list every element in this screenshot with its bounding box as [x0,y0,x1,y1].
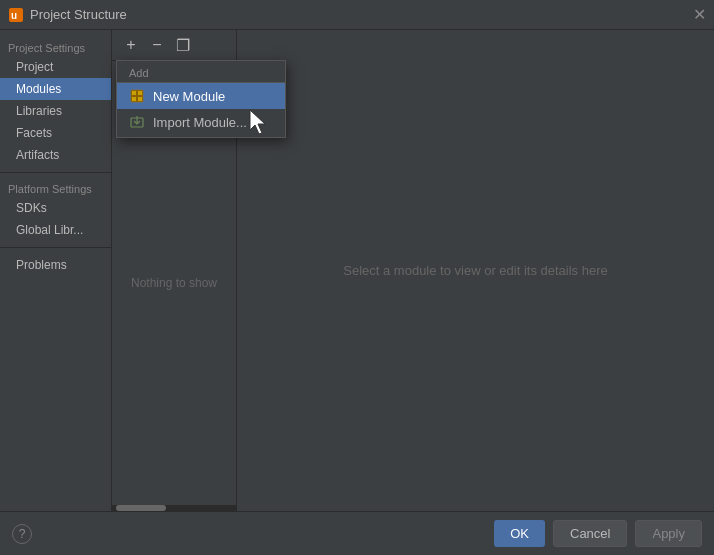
sidebar-item-sdks[interactable]: SDKs [0,197,111,219]
add-popup-menu: Add New Module [116,60,286,138]
bottom-right: OK Cancel Apply [494,520,702,547]
right-panel-message: Select a module to view or edit its deta… [343,263,607,278]
dialog-body: Project Settings Project Modules Librari… [0,30,714,555]
sidebar-item-facets[interactable]: Facets [0,122,111,144]
sidebar-item-artifacts[interactable]: Artifacts [0,144,111,166]
close-button[interactable]: ✕ [693,7,706,23]
project-settings-label: Project Settings [0,38,111,56]
right-panel: Select a module to view or edit its deta… [237,30,714,511]
dialog-title: Project Structure [30,7,127,22]
import-module-icon [129,114,145,130]
sidebar-item-modules[interactable]: Modules [0,78,111,100]
sidebar-divider [0,172,111,173]
sidebar-item-global-libs[interactable]: Global Libr... [0,219,111,241]
middle-panel: + Add [112,30,237,511]
platform-settings-label: Platform Settings [0,179,111,197]
help-button[interactable]: ? [12,524,32,544]
new-module-label: New Module [153,89,225,104]
apply-button[interactable]: Apply [635,520,702,547]
sidebar-divider-2 [0,247,111,248]
svg-rect-6 [138,97,142,101]
title-bar-left: u Project Structure [8,7,127,23]
add-dropdown-wrapper: + Add [120,34,142,56]
content-area: Project Settings Project Modules Librari… [0,30,714,511]
sidebar-item-problems[interactable]: Problems [0,254,111,276]
nothing-to-show-label: Nothing to show [131,276,217,290]
bottom-left: ? [12,524,32,544]
ok-button[interactable]: OK [494,520,545,547]
new-module-icon [129,88,145,104]
cancel-button[interactable]: Cancel [553,520,627,547]
remove-button[interactable]: − [146,34,168,56]
svg-rect-5 [132,97,136,101]
svg-rect-4 [138,91,142,95]
svg-text:u: u [11,10,17,21]
module-toolbar: + Add [112,30,236,61]
app-icon: u [8,7,24,23]
sidebar-item-project[interactable]: Project [0,56,111,78]
import-module-label: Import Module... [153,115,247,130]
copy-button[interactable]: ❐ [172,34,194,56]
popup-menu-item-import-module[interactable]: Import Module... [117,109,285,135]
sidebar: Project Settings Project Modules Librari… [0,30,112,511]
add-button[interactable]: + [120,34,142,56]
bottom-bar: ? OK Cancel Apply [0,511,714,555]
popup-menu-header: Add [117,63,285,83]
popup-menu-item-new-module[interactable]: New Module [117,83,285,109]
title-bar: u Project Structure ✕ [0,0,714,30]
sidebar-item-libraries[interactable]: Libraries [0,100,111,122]
svg-rect-3 [132,91,136,95]
